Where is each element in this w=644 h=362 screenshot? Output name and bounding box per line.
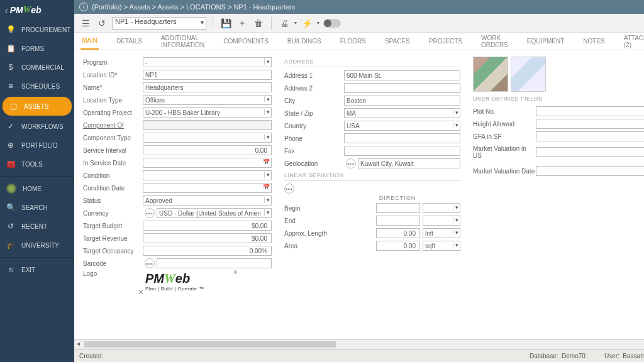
height-allowed-input[interactable]: [536, 119, 644, 129]
condition-date-input[interactable]: [143, 183, 272, 193]
name-input[interactable]: Headquarters: [143, 82, 272, 92]
target-occupancy-input[interactable]: 0.00%: [143, 246, 272, 256]
end-label: End: [284, 217, 344, 224]
phone-input[interactable]: [344, 133, 460, 143]
in-service-date-label: In Service Date: [83, 160, 143, 167]
area-input[interactable]: 0.00: [376, 241, 420, 251]
country-select[interactable]: USA: [344, 121, 460, 131]
location-type-select[interactable]: Offices: [143, 95, 272, 105]
horizontal-scrollbar[interactable]: [74, 339, 644, 349]
address2-input[interactable]: [344, 83, 460, 93]
approx-length-unit[interactable]: lnft: [423, 228, 460, 238]
record-selector[interactable]: NP1 - Headquarters: [112, 17, 206, 30]
end-dir-select[interactable]: [423, 216, 460, 226]
save-icon[interactable]: 💾: [219, 17, 232, 30]
tab-notes[interactable]: NOTES: [582, 33, 606, 50]
add-icon[interactable]: ＋: [236, 17, 248, 30]
list-icon[interactable]: ☰: [79, 17, 92, 30]
database-label: Database:: [530, 353, 558, 359]
action-icon[interactable]: ⚡: [301, 17, 313, 30]
sidebar-item-exit[interactable]: ⎋EXIT: [0, 260, 74, 279]
begin-input[interactable]: [376, 203, 420, 213]
approx-length-input[interactable]: 0.00: [376, 228, 420, 238]
sidebar-item-search[interactable]: 🔍SEARCH: [0, 198, 74, 217]
barcode-input[interactable]: [157, 258, 272, 268]
in-service-date-input[interactable]: [143, 158, 272, 168]
tab-work-orders[interactable]: WORK ORDERS: [480, 33, 509, 50]
component-type-select[interactable]: [143, 133, 272, 143]
tab-spaces[interactable]: SPACES: [384, 33, 411, 50]
condition-select[interactable]: [143, 170, 272, 180]
created-label: Created:: [79, 353, 103, 359]
history-icon[interactable]: ↺: [96, 17, 108, 30]
city-label: City: [284, 97, 344, 104]
sidebar-item-workflows[interactable]: ✓WORKFLOWS: [0, 117, 74, 136]
sidebar-item-label: EXIT: [21, 266, 35, 273]
operating-project-select[interactable]: U-200 - HBS Baker Library: [143, 107, 272, 118]
sidebar-item-forms[interactable]: 📋FORMS: [0, 39, 74, 58]
thumbnail-aerial[interactable]: [473, 57, 508, 92]
sidebar-item-label: PROCUREMENT: [21, 26, 70, 33]
target-budget-input[interactable]: $0.00: [143, 221, 272, 231]
logo-remove-icon[interactable]: ✕: [138, 288, 144, 297]
print-icon[interactable]: 🖨: [278, 17, 291, 30]
tab-components[interactable]: COMPONENTS: [222, 33, 270, 50]
info-icon[interactable]: i: [79, 3, 88, 11]
sidebar-item-assets[interactable]: ▢ASSETS: [3, 97, 72, 116]
geo-more-icon[interactable]: •••: [346, 158, 356, 168]
state-select[interactable]: MA: [344, 108, 460, 118]
sidebar-item-procurement[interactable]: 💡PROCUREMENT: [0, 20, 74, 39]
tab-buildings[interactable]: BUILDINGS: [286, 33, 323, 50]
condition-date-label: Condition Date: [83, 185, 143, 192]
currency-select[interactable]: USD - Dollar (United States of Ameri: [157, 208, 272, 218]
delete-icon[interactable]: 🗑: [252, 17, 265, 30]
end-input[interactable]: [376, 216, 420, 226]
location-id-input[interactable]: NP1: [143, 70, 272, 80]
sidebar-item-recent[interactable]: ↺RECENT: [0, 217, 74, 236]
collapse-icon[interactable]: ‹: [5, 5, 8, 15]
country-label: Country: [284, 123, 344, 129]
sidebar-item-commercial[interactable]: $COMMERCIAL: [0, 58, 74, 77]
market-val-date-input[interactable]: [536, 166, 644, 176]
address1-input[interactable]: 600 Main St.: [344, 70, 460, 80]
status-select[interactable]: Approved: [143, 195, 272, 206]
record-selector-value: NP1 - Headquarters: [115, 18, 177, 25]
thumbnail-map[interactable]: [511, 57, 546, 92]
gfa-input[interactable]: 0.00: [536, 131, 644, 141]
component-of-label[interactable]: Component Of: [83, 122, 143, 129]
city-input[interactable]: Boston: [344, 96, 460, 106]
tab-main[interactable]: MAIN: [80, 33, 99, 50]
barcode-more-icon[interactable]: •••: [145, 258, 155, 268]
target-revenue-input[interactable]: $0.00: [143, 233, 272, 243]
begin-dir-select[interactable]: [423, 203, 460, 213]
area-unit[interactable]: sqft: [423, 241, 460, 251]
program-select[interactable]: -: [143, 57, 272, 67]
udf-heading: USER DEFINED FIELDS: [473, 96, 644, 102]
fax-input[interactable]: [344, 146, 460, 156]
sidebar-item-schedules[interactable]: ≡SCHEDULES: [0, 77, 74, 96]
sidebar-item-tools[interactable]: 🧰TOOLS: [0, 155, 74, 173]
tab-additional-information[interactable]: ADDITIONAL INFORMATION: [160, 33, 206, 50]
toggle-switch[interactable]: [323, 19, 341, 28]
fax-label: Fax: [284, 148, 344, 155]
sidebar: ‹ PMWeb 💡PROCUREMENT📋FORMS$COMMERCIAL≡SC…: [0, 0, 74, 362]
tab-attachments-2-[interactable]: ATTACHMENTS (2): [623, 33, 644, 50]
plot-no-input[interactable]: [536, 106, 644, 116]
tab-projects[interactable]: PROJECTS: [428, 33, 464, 50]
sidebar-item-label: RECENT: [21, 223, 47, 230]
market-val-us-input[interactable]: $0.00: [536, 147, 644, 157]
tab-equipment[interactable]: EQUIPMENT: [526, 33, 565, 50]
sidebar-item-portfolio[interactable]: ⊕PORTFOLIO: [0, 136, 74, 155]
geolocation-input[interactable]: Kuwait City, Kuwait: [358, 158, 460, 168]
linear-more-icon[interactable]: •••: [284, 184, 294, 194]
plot-no-label: Plot No.: [473, 108, 536, 115]
currency-more-icon[interactable]: •••: [145, 208, 155, 218]
sidebar-item-home[interactable]: HOME: [0, 179, 74, 198]
tab-floors[interactable]: FLOORS: [339, 33, 367, 50]
service-interval-input[interactable]: 0.00: [143, 145, 272, 155]
sidebar-item-label: UNIVERSITY: [21, 242, 59, 249]
sidebar-item-university[interactable]: 🎓UNIVERSITY: [0, 236, 74, 255]
nav-icon: ≡: [6, 82, 15, 90]
breadcrumb[interactable]: (Portfolio) > Assets > Assets > LOCATION…: [92, 3, 295, 11]
tab-details[interactable]: DETAILS: [115, 33, 143, 50]
